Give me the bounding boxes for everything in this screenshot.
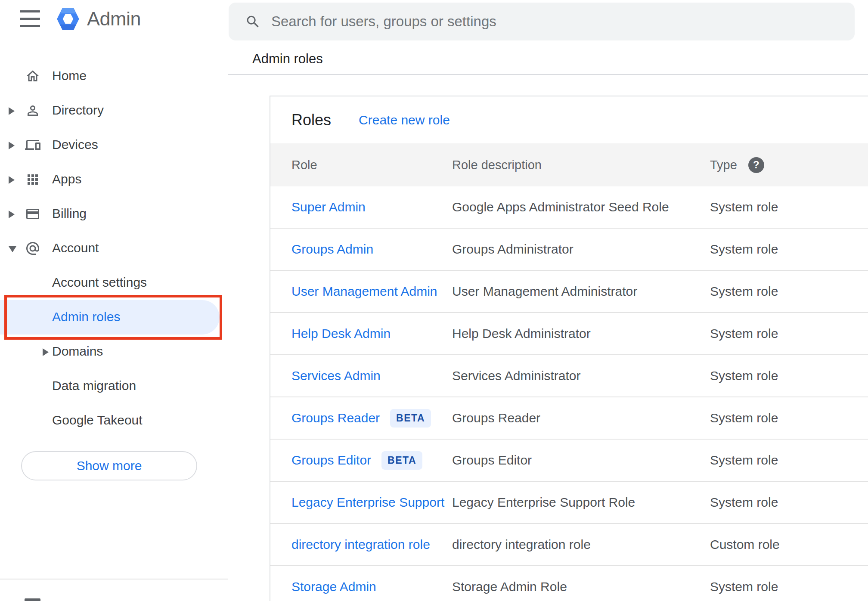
column-header-type-label: Type: [710, 158, 737, 172]
table-row: Super AdminGoogle Apps Administrator See…: [270, 186, 868, 229]
table-row: Help Desk AdminHelp Desk AdministratorSy…: [270, 313, 868, 355]
role-cell: Storage Admin: [291, 579, 452, 594]
card-icon: [25, 206, 40, 222]
hamburger-bar: [20, 18, 40, 20]
role-cell: directory integration role: [291, 537, 452, 552]
role-type-cell: System role: [710, 200, 868, 214]
role-description-cell: Legacy Enterprise Support Role: [452, 495, 710, 510]
role-description-cell: Groups Administrator: [452, 242, 710, 257]
role-link[interactable]: User Management Admin: [291, 284, 437, 299]
role-link[interactable]: Groups Editor: [291, 453, 371, 468]
chevron-right-icon[interactable]: [9, 211, 15, 218]
role-type-cell: System role: [710, 369, 868, 383]
hamburger-menu-icon[interactable]: [20, 9, 40, 28]
role-description-cell: Storage Admin Role: [452, 579, 710, 594]
column-header-type: Type ?: [710, 157, 868, 173]
sidebar-nav: HomeDirectoryDevicesAppsBillingAccountAc…: [0, 59, 228, 438]
app-title: Admin: [87, 8, 141, 30]
role-type-cell: System role: [710, 284, 868, 299]
role-type-cell: System role: [710, 453, 868, 468]
role-type-cell: System role: [710, 579, 868, 594]
role-type-cell: System role: [710, 411, 868, 425]
home-icon: [25, 68, 40, 84]
role-description-cell: Groups Editor: [452, 453, 710, 468]
sidebar-item-billing[interactable]: Billing: [0, 197, 228, 231]
table-row: Groups ReaderBETAGroups ReaderSystem rol…: [270, 397, 868, 440]
role-description-cell: Groups Reader: [452, 411, 710, 425]
role-description-cell: directory integration role: [452, 537, 710, 552]
role-cell: Super Admin: [291, 200, 452, 214]
apps-icon: [25, 172, 40, 187]
table-row: Groups EditorBETAGroups EditorSystem rol…: [270, 440, 868, 482]
role-link[interactable]: Groups Admin: [291, 242, 373, 257]
show-more-button[interactable]: Show more: [21, 451, 197, 480]
role-link[interactable]: Super Admin: [291, 200, 366, 214]
table-row: Groups AdminGroups AdministratorSystem r…: [270, 229, 868, 271]
chevron-right-icon[interactable]: [9, 176, 15, 184]
sidebar-item-label: Account settings: [52, 275, 147, 290]
role-link[interactable]: directory integration role: [291, 537, 430, 552]
roles-panel-header: Roles Create new role: [270, 96, 868, 143]
hamburger-bar: [20, 10, 40, 12]
clipped-bottom-icon: [25, 598, 40, 601]
table-header-row: Role Role description Type ?: [270, 143, 868, 186]
create-new-role-link[interactable]: Create new role: [359, 113, 450, 127]
chevron-right-icon[interactable]: [9, 107, 15, 115]
chevron-down-icon[interactable]: [9, 246, 16, 252]
help-icon[interactable]: ?: [748, 157, 764, 173]
sidebar-item-label: Home: [52, 68, 87, 83]
search-bar[interactable]: [229, 3, 855, 40]
chevron-right-icon[interactable]: [9, 142, 15, 149]
table-row: Storage AdminStorage Admin RoleSystem ro…: [270, 566, 868, 601]
roles-panel: Roles Create new role Role Role descript…: [270, 96, 868, 601]
role-type-cell: System role: [710, 242, 868, 257]
role-link[interactable]: Storage Admin: [291, 579, 376, 594]
sidebar-item-label: Data migration: [52, 378, 136, 393]
sidebar-item-label: Account: [52, 241, 99, 255]
role-cell: Groups EditorBETA: [291, 451, 452, 470]
chevron-right-icon[interactable]: [43, 348, 49, 356]
sidebar-item-label: Google Takeout: [52, 413, 143, 428]
sidebar-bottom-divider: [0, 579, 228, 579]
table-row: directory integration roledirectory inte…: [270, 524, 868, 566]
devices-icon: [25, 137, 40, 153]
sidebar-item-data-migration[interactable]: Data migration: [0, 369, 228, 403]
sidebar-item-account-settings[interactable]: Account settings: [0, 266, 228, 300]
role-link[interactable]: Legacy Enterprise Support: [291, 495, 444, 510]
at-icon: [25, 241, 40, 256]
sidebar-item-apps[interactable]: Apps: [0, 162, 228, 197]
roles-table-body: Super AdminGoogle Apps Administrator See…: [270, 186, 868, 601]
search-icon: [245, 14, 261, 30]
role-link[interactable]: Groups Reader: [291, 411, 380, 425]
admin-hexagon-icon: [56, 7, 80, 31]
role-type-cell: System role: [710, 495, 868, 510]
role-description-cell: Services Administrator: [452, 369, 710, 383]
sidebar-item-admin-roles[interactable]: Admin roles: [0, 300, 220, 335]
search-input[interactable]: [270, 13, 842, 30]
header-divider: [228, 74, 868, 75]
role-link[interactable]: Services Admin: [291, 369, 381, 383]
beta-badge: BETA: [381, 451, 422, 470]
role-description-cell: User Management Administrator: [452, 284, 710, 299]
sidebar-item-google-takeout[interactable]: Google Takeout: [0, 403, 228, 438]
role-link[interactable]: Help Desk Admin: [291, 326, 391, 341]
role-description-cell: Google Apps Administrator Seed Role: [452, 200, 710, 214]
column-header-role: Role: [291, 158, 452, 172]
role-cell: Groups Admin: [291, 242, 452, 257]
beta-badge: BETA: [390, 409, 431, 428]
sidebar-item-devices[interactable]: Devices: [0, 128, 228, 162]
role-cell: Help Desk Admin: [291, 326, 452, 341]
sidebar-item-domains[interactable]: Domains: [0, 335, 228, 369]
sidebar-item-label: Devices: [52, 137, 98, 152]
sidebar-item-account[interactable]: Account: [0, 231, 228, 266]
sidebar-item-home[interactable]: Home: [0, 59, 228, 93]
role-cell: User Management Admin: [291, 284, 452, 299]
sidebar-item-label: Domains: [52, 344, 103, 359]
sidebar-item-label: Admin roles: [52, 310, 120, 324]
sidebar-item-label: Billing: [52, 206, 87, 221]
sidebar-item-directory[interactable]: Directory: [0, 93, 228, 128]
panel-title: Roles: [291, 111, 331, 129]
role-cell: Services Admin: [291, 369, 452, 383]
admin-console-page: Admin Admin roles HomeDirectoryDevicesAp…: [0, 0, 868, 601]
hamburger-bar: [20, 25, 40, 27]
